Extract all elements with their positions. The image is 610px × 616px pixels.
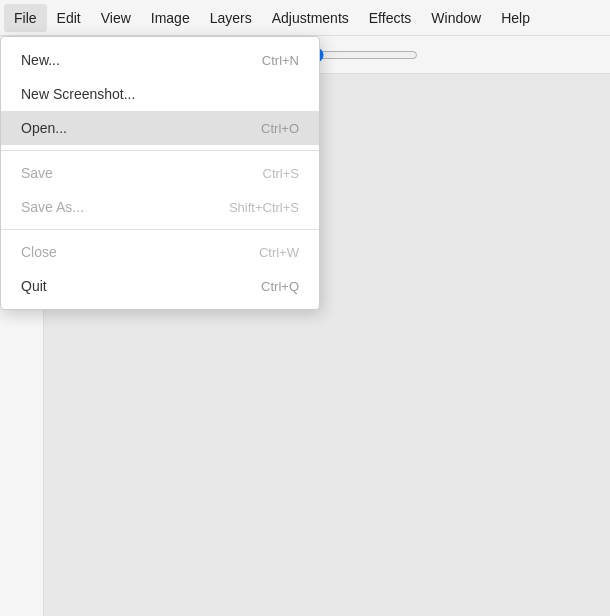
menu-item-save-label: Save (21, 165, 53, 181)
menu-item-close: Close Ctrl+W (1, 235, 319, 269)
menu-item-new-label: New... (21, 52, 60, 68)
menubar: File Edit View Image Layers Adjustments … (0, 0, 610, 36)
tolerance-slider[interactable] (308, 47, 418, 63)
separator-2 (1, 229, 319, 230)
file-dropdown: New... Ctrl+N New Screenshot... Open... … (0, 36, 320, 310)
menu-item-new-screenshot-label: New Screenshot... (21, 86, 135, 102)
menu-item-close-shortcut: Ctrl+W (259, 245, 299, 260)
menu-item-new-shortcut: Ctrl+N (262, 53, 299, 68)
menu-item-close-label: Close (21, 244, 57, 260)
menu-window[interactable]: Window (421, 4, 491, 32)
menu-file[interactable]: File (4, 4, 47, 32)
menu-item-open-shortcut: Ctrl+O (261, 121, 299, 136)
menu-item-quit-shortcut: Ctrl+Q (261, 279, 299, 294)
menu-item-new-screenshot[interactable]: New Screenshot... (1, 77, 319, 111)
menu-item-save-as-label: Save As... (21, 199, 84, 215)
menu-item-new[interactable]: New... Ctrl+N (1, 43, 319, 77)
separator-1 (1, 150, 319, 151)
menu-item-save: Save Ctrl+S (1, 156, 319, 190)
menu-help[interactable]: Help (491, 4, 540, 32)
menu-edit[interactable]: Edit (47, 4, 91, 32)
menu-effects[interactable]: Effects (359, 4, 422, 32)
menu-view[interactable]: View (91, 4, 141, 32)
menu-item-quit[interactable]: Quit Ctrl+Q (1, 269, 319, 303)
menu-item-open[interactable]: Open... Ctrl+O (1, 111, 319, 145)
menu-item-save-shortcut: Ctrl+S (263, 166, 299, 181)
menu-layers[interactable]: Layers (200, 4, 262, 32)
menu-item-open-label: Open... (21, 120, 67, 136)
menu-image[interactable]: Image (141, 4, 200, 32)
menu-item-save-as-shortcut: Shift+Ctrl+S (229, 200, 299, 215)
menu-item-save-as: Save As... Shift+Ctrl+S (1, 190, 319, 224)
menu-adjustments[interactable]: Adjustments (262, 4, 359, 32)
menu-item-quit-label: Quit (21, 278, 47, 294)
